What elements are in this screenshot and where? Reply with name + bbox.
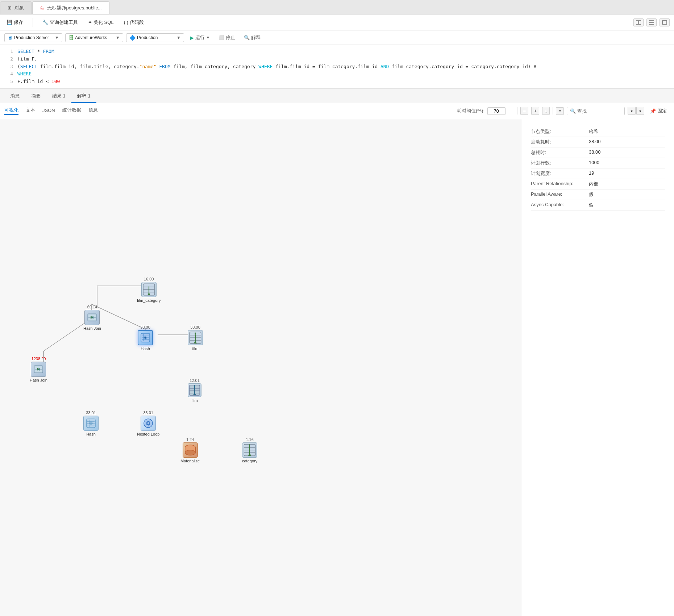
zoom-out-button[interactable]: − bbox=[520, 107, 528, 115]
node-film-category[interactable]: 16.00 film_category bbox=[137, 277, 161, 303]
node-hash-selected[interactable]: 38.00 Hash bbox=[138, 325, 153, 351]
node-hash-join-1[interactable]: 1238.20 Hash Join bbox=[30, 357, 47, 382]
node-materialize[interactable]: 1.24 Materialize bbox=[180, 437, 200, 463]
view-tab-info[interactable]: 信息 bbox=[88, 107, 98, 115]
beautify-button[interactable]: ✦ 美化 SQL bbox=[86, 18, 116, 27]
prop-value: 1000 bbox=[589, 160, 665, 166]
run-arrow-icon: ▼ bbox=[206, 36, 210, 39]
svg-rect-0 bbox=[636, 20, 638, 25]
prop-key: Parallel Aware: bbox=[531, 191, 589, 198]
nav-buttons: < > bbox=[628, 107, 644, 115]
explain-button[interactable]: 🔍 解释 bbox=[241, 33, 263, 42]
line-num-1: 1 bbox=[3, 48, 13, 55]
svg-rect-4 bbox=[662, 21, 667, 24]
window-controls bbox=[633, 18, 670, 26]
connection-bar: 🖥 Production Server ▼ 🗄 AdventureWorks ▼… bbox=[0, 30, 674, 45]
separator-line2 bbox=[553, 107, 553, 115]
prop-key: Parent Relationship: bbox=[531, 181, 589, 187]
maximize-button[interactable] bbox=[660, 18, 670, 26]
prop-value: 19 bbox=[589, 170, 665, 177]
node-film-2[interactable]: 12.01 film bbox=[188, 378, 201, 403]
sql-line-4: 4 WHERE bbox=[0, 70, 674, 78]
beautify-icon: ✦ bbox=[88, 20, 92, 25]
view-tab-text[interactable]: 文本 bbox=[26, 107, 35, 115]
split-h-button[interactable] bbox=[633, 18, 644, 26]
pin-button[interactable]: 📌 固定 bbox=[647, 107, 670, 115]
sql-line-5: 5 F.film_id < 100 bbox=[0, 78, 674, 86]
view-actions: − + ↓ ≡ 🔍 < > 📌 固定 bbox=[517, 107, 670, 115]
database-select[interactable]: 🗄 AdventureWorks ▼ bbox=[65, 33, 123, 42]
prop-row: Parallel Aware:假 bbox=[531, 190, 665, 200]
tab-messages[interactable]: 消息 bbox=[4, 90, 25, 103]
prop-key: Async Capable: bbox=[531, 202, 589, 208]
tab-query[interactable]: 🗂 无标题@postgres.public... bbox=[32, 1, 109, 14]
search-input[interactable] bbox=[577, 108, 621, 114]
prop-value: 假 bbox=[589, 191, 665, 198]
tab-explain1[interactable]: 解释 1 bbox=[71, 90, 96, 103]
plan-diagram: 1238.20 Hash Join 69.14 bbox=[7, 126, 279, 362]
download-button[interactable]: ↓ bbox=[542, 107, 550, 115]
prop-row: 节点类型:哈希 bbox=[531, 126, 665, 137]
node-hash-2[interactable]: 33.01 Hash bbox=[83, 411, 99, 436]
view-tab-stats[interactable]: 统计数据 bbox=[62, 107, 81, 115]
zoom-in-button[interactable]: + bbox=[531, 107, 539, 115]
stop-icon: ⬜ bbox=[219, 35, 224, 40]
svg-rect-2 bbox=[649, 20, 654, 22]
tab-bar: ⊞ 对象 🗂 无标题@postgres.public... bbox=[0, 0, 674, 14]
prop-value: 哈希 bbox=[589, 128, 665, 135]
schema-select[interactable]: 🔷 Production ▼ bbox=[126, 33, 184, 42]
server-select[interactable]: 🖥 Production Server ▼ bbox=[4, 33, 62, 42]
schema-arrow-icon: ▼ bbox=[176, 35, 181, 40]
tab-objects[interactable]: ⊞ 对象 bbox=[0, 1, 32, 14]
filter-button[interactable]: ≡ bbox=[556, 107, 564, 115]
view-tab-visual[interactable]: 可视化 bbox=[4, 107, 18, 115]
sql-editor[interactable]: 1 SELECT * FROM 2 film F, 3 (SELECT film… bbox=[0, 45, 674, 89]
main-content: 1238.20 Hash Join 69.14 bbox=[0, 119, 674, 616]
database-arrow-icon: ▼ bbox=[116, 35, 120, 40]
node-category[interactable]: 1.16 category bbox=[242, 437, 257, 463]
prop-value: 内部 bbox=[589, 181, 665, 187]
stop-button[interactable]: ⬜ 停止 bbox=[216, 33, 238, 42]
sql-line-3: 3 (SELECT film.film_id, film.title, cate… bbox=[0, 63, 674, 71]
prop-key: 总耗时: bbox=[531, 149, 589, 156]
node-nested-loop[interactable]: 33.01 Nested Loop bbox=[137, 411, 159, 436]
file-icon: 🗂 bbox=[40, 5, 45, 11]
svg-point-67 bbox=[185, 450, 195, 455]
line-num-2: 2 bbox=[3, 55, 13, 63]
line-num-4: 4 bbox=[3, 70, 13, 78]
svg-rect-57 bbox=[144, 419, 153, 428]
prop-key: 计划宽度: bbox=[531, 170, 589, 177]
save-button[interactable]: 💾 保存 bbox=[4, 18, 25, 27]
prop-key: 启动耗时: bbox=[531, 139, 589, 145]
toolbar-sep-1 bbox=[33, 18, 33, 27]
save-icon: 💾 bbox=[7, 20, 12, 25]
query-builder-icon: 🔧 bbox=[42, 20, 48, 25]
node-hash-join-2[interactable]: 69.14 Hash Join bbox=[83, 305, 101, 330]
run-button[interactable]: ▶ 运行 ▼ bbox=[187, 33, 213, 42]
split-v-button[interactable] bbox=[646, 18, 657, 26]
app-container: ⊞ 对象 🗂 无标题@postgres.public... 💾 保存 🔧 查询创… bbox=[0, 0, 674, 616]
properties-list: 节点类型:哈希启动耗时:38.00总耗时:38.00计划行数:1000计划宽度:… bbox=[531, 126, 665, 211]
properties-panel: 节点类型:哈希启动耗时:38.00总耗时:38.00计划行数:1000计划宽度:… bbox=[522, 119, 674, 616]
next-button[interactable]: > bbox=[636, 107, 644, 115]
code-snippet-icon: ( ) bbox=[124, 20, 128, 25]
node-film-1[interactable]: 38.00 film bbox=[188, 325, 203, 351]
prev-button[interactable]: < bbox=[628, 107, 636, 115]
query-builder-button[interactable]: 🔧 查询创建工具 bbox=[40, 18, 80, 27]
tab-result1[interactable]: 结果 1 bbox=[46, 90, 71, 103]
svg-rect-1 bbox=[639, 20, 641, 25]
search-box: 🔍 bbox=[567, 107, 625, 115]
prop-key: 节点类型: bbox=[531, 128, 589, 135]
pin-icon: 📌 bbox=[650, 108, 656, 114]
sql-line-2: 2 film F, bbox=[0, 55, 674, 63]
threshold-input[interactable] bbox=[487, 107, 506, 115]
tab-summary[interactable]: 摘要 bbox=[25, 90, 46, 103]
prop-row: 计划行数:1000 bbox=[531, 158, 665, 168]
code-snippet-button[interactable]: ( ) 代码段 bbox=[122, 18, 146, 27]
view-tab-json[interactable]: JSON bbox=[42, 108, 55, 115]
toolbar: 💾 保存 🔧 查询创建工具 ✦ 美化 SQL ( ) 代码段 bbox=[0, 14, 674, 30]
prop-row: 计划宽度:19 bbox=[531, 168, 665, 179]
prop-row: Parent Relationship:内部 bbox=[531, 179, 665, 190]
plan-area[interactable]: 1238.20 Hash Join 69.14 bbox=[0, 119, 522, 616]
search-icon: 🔍 bbox=[570, 108, 576, 114]
